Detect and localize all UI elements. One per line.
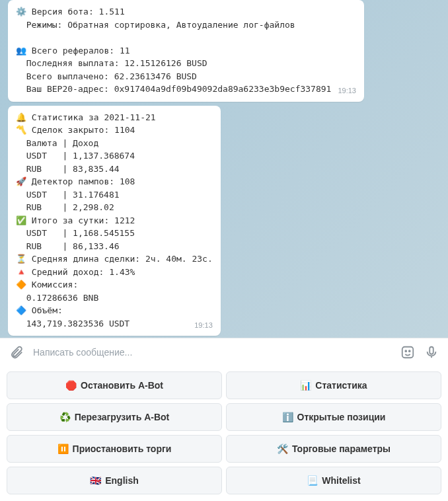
button-label: Whitelist (322, 475, 360, 486)
params-button[interactable]: 🛠️ Торговые параметры (226, 435, 441, 463)
bep20-text: Ваш BEP20-адрес: 0x917404a9df09b49092da8… (16, 84, 331, 94)
rub-row-3: RUB | 86,133.46 (16, 240, 213, 253)
hourglass-icon: ⏳ (16, 254, 26, 264)
pause-icon: ⏸️ (57, 443, 69, 454)
attach-icon[interactable] (9, 345, 24, 360)
button-label: Приостановить торги (73, 443, 172, 454)
rocket-icon: 🚀 (16, 176, 26, 186)
commission-value: 0.17286636 BNB (16, 291, 213, 305)
version-text: Версия бота: 1.511 (26, 7, 125, 17)
bell-icon: 🔔 (16, 112, 26, 122)
triangle-up-icon: 🔺 (16, 267, 26, 277)
flag-uk-icon: 🇬🇧 (90, 475, 101, 486)
table-header: Валюта | Доход (16, 137, 213, 150)
svg-rect-0 (402, 347, 414, 358)
sticker-icon[interactable] (400, 345, 415, 360)
total-paid-text: Всего выплачено: 62.23613476 BUSD (16, 70, 356, 83)
chart-icon: 〽️ (16, 125, 26, 135)
reload-button[interactable]: ♻️ Перезагрузить A-Bot (7, 403, 222, 431)
usdt-row-3: USDT | 1,168.545155 (16, 227, 213, 240)
stop-button[interactable]: 🛑 Остановить A-Bot (7, 371, 222, 399)
message-stats: 🔔 Статистика за 2021-11-21 〽️ Сделок зак… (8, 106, 221, 336)
button-label: Перезагрузить A-Bot (75, 412, 170, 422)
diamond-orange-icon: 🔶 (16, 280, 26, 289)
rub-row-1: RUB | 83,835.44 (16, 163, 213, 176)
button-label: English (105, 475, 139, 486)
avg-length-text: Средняя длина сделки: 2ч. 40м. 23с. (26, 254, 213, 264)
chat-area: ⚙️ Версия бота: 1.511 Режимы: Обратная с… (0, 0, 448, 338)
pause-button[interactable]: ⏸️ Приостановить торги (7, 435, 222, 463)
rub-row-2: RUB | 2,298.02 (16, 201, 213, 214)
check-icon: ✅ (16, 215, 26, 225)
volume-label: Объём: (26, 305, 63, 315)
button-label: Остановить A-Bot (81, 380, 163, 391)
message-time: 19:13 (338, 85, 356, 96)
button-label: Статистика (315, 380, 367, 391)
whitelist-button[interactable]: 📃 Whitelist (226, 467, 441, 494)
reply-keyboard: 🛑 Остановить A-Bot 📊 Статистика ♻️ Перез… (0, 366, 448, 501)
volume-value: 143,719.3823536 USDT (16, 319, 130, 328)
usdt-row-2: USDT | 31.176481 (16, 188, 213, 202)
mic-icon[interactable] (424, 345, 439, 360)
svg-point-2 (409, 350, 410, 352)
notepad-icon: 📃 (307, 475, 318, 486)
message-bot-info: ⚙️ Версия бота: 1.511 Режимы: Обратная с… (8, 0, 364, 102)
positions-button[interactable]: ℹ️ Открытые позиции (226, 403, 441, 431)
svg-rect-3 (429, 347, 433, 354)
commission-label: Комиссия: (26, 280, 78, 289)
english-button[interactable]: 🇬🇧 English (7, 467, 222, 494)
stats-title: Статистика за 2021-11-21 (26, 112, 156, 122)
referrals-text: Всего рефералов: 11 (26, 46, 130, 56)
deals-text: Сделок закрыто: 1104 (26, 125, 135, 135)
last-payout-text: Последняя выплата: 12.15126126 BUSD (16, 57, 356, 70)
avg-income-text: Средний доход: 1.43% (26, 267, 135, 277)
pump-text: Детектор пампов: 108 (26, 176, 135, 186)
modes-text: Режимы: Обратная сортировка, Автоудалени… (16, 19, 356, 32)
recycle-icon: ♻️ (59, 412, 71, 422)
people-icon: 👥 (16, 46, 26, 56)
stop-icon: 🛑 (65, 380, 77, 391)
usdt-row-1: USDT | 1,137.368674 (16, 149, 213, 163)
button-label: Открытые позиции (297, 412, 386, 422)
total-text: Итого за сутки: 1212 (26, 215, 135, 225)
diamond-blue-icon: 🔷 (16, 305, 26, 315)
stats-icon: 📊 (300, 380, 311, 391)
gear-icon: ⚙️ (16, 7, 26, 17)
message-time: 19:13 (194, 320, 213, 331)
input-bar (0, 338, 448, 366)
message-input[interactable] (33, 347, 391, 358)
tools-icon: 🛠️ (277, 443, 288, 454)
svg-point-1 (405, 350, 406, 352)
stats-button[interactable]: 📊 Статистика (226, 371, 441, 399)
info-icon: ℹ️ (282, 412, 293, 422)
button-label: Торговые параметры (292, 443, 391, 454)
